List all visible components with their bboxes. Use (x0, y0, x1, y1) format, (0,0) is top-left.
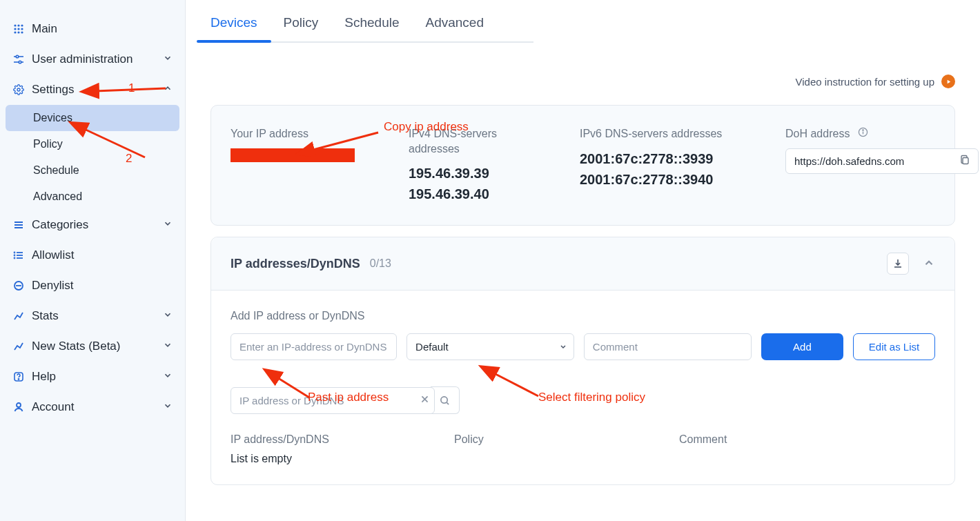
nav-main[interactable]: Main (0, 14, 185, 44)
nav-denylist[interactable]: Denylist (0, 271, 185, 301)
th-ip: IP address/DynDNS (231, 433, 454, 446)
doh-input[interactable] (785, 148, 979, 174)
download-button[interactable] (887, 253, 909, 275)
ipv6-value-2: 2001:67c:2778::3940 (580, 169, 752, 190)
svg-point-27 (17, 403, 21, 407)
chevron-down-icon (163, 309, 173, 323)
list-check-icon (12, 249, 25, 262)
svg-point-2 (21, 24, 23, 26)
user-icon (12, 401, 25, 413)
chart-icon (12, 340, 25, 353)
tab-devices[interactable]: Devices (210, 15, 257, 41)
nav-label: Denylist (32, 279, 73, 293)
svg-point-20 (14, 253, 15, 253)
main-content: Devices Policy Schedule Advanced Video i… (186, 0, 980, 521)
chevron-down-icon (163, 370, 173, 384)
svg-point-26 (18, 379, 19, 380)
edit-as-list-button[interactable]: Edit as List (853, 333, 935, 360)
search-input[interactable] (231, 387, 435, 414)
doh-col: DoH address (785, 126, 979, 174)
comment-input[interactable] (584, 333, 752, 360)
sidebar: Main User administration Settings Device… (0, 0, 186, 521)
svg-point-8 (21, 31, 23, 33)
gear-icon (12, 83, 25, 96)
th-comment: Comment (679, 433, 935, 446)
section-body: Add IP address or DynDNS Default Add Edi… (211, 291, 954, 484)
svg-point-5 (21, 28, 23, 30)
empty-list-message: List is empty (231, 453, 935, 465)
nav-stats[interactable]: Stats (0, 301, 185, 331)
ipv4-label: IPv4 DNS-servers addresses (409, 126, 547, 156)
your-ip-label: Your IP address (231, 126, 375, 141)
svg-point-6 (14, 31, 16, 33)
nav-account[interactable]: Account (0, 392, 185, 422)
copy-button[interactable] (957, 152, 973, 170)
section-count: 0/13 (370, 257, 391, 270)
nav-label: Main (32, 22, 57, 36)
chevron-up-icon (163, 83, 173, 97)
block-icon (12, 279, 25, 292)
nav-categories[interactable]: Categories (0, 210, 185, 240)
collapse-toggle[interactable] (923, 257, 935, 271)
nav-label: New Stats (Beta) (32, 340, 121, 353)
nav-new-stats[interactable]: New Stats (Beta) (0, 331, 185, 362)
your-ip-redacted (231, 148, 355, 162)
play-icon (941, 75, 955, 88)
subnav-devices[interactable]: Devices (6, 105, 179, 131)
ipv4-col: IPv4 DNS-servers addresses 195.46.39.39 … (409, 126, 547, 204)
section-header: IP addresses/DynDNS 0/13 (211, 237, 954, 291)
svg-point-0 (14, 24, 16, 26)
tab-policy[interactable]: Policy (284, 15, 319, 41)
clear-search-button[interactable] (420, 394, 429, 406)
nav-label: User administration (32, 52, 133, 66)
nav-label: Stats (32, 309, 59, 323)
table-header: IP address/DynDNS Policy Comment (231, 433, 935, 446)
nav-user-admin[interactable]: User administration (0, 44, 185, 75)
subnav-policy[interactable]: Policy (0, 131, 185, 157)
chart-icon (12, 310, 25, 322)
svg-point-31 (863, 130, 863, 130)
ipv4-value-2: 195.46.39.40 (409, 184, 547, 204)
chevron-down-icon (163, 340, 173, 353)
tab-advanced[interactable]: Advanced (426, 15, 484, 41)
ipv4-value-1: 195.46.39.39 (409, 163, 547, 184)
svg-rect-32 (963, 158, 968, 164)
ipv6-value-1: 2001:67c:2778::3939 (580, 148, 752, 169)
video-instruction-link[interactable]: Video instruction for setting up (210, 75, 955, 88)
policy-select[interactable]: Default (406, 333, 574, 360)
add-button[interactable]: Add (761, 333, 843, 360)
svg-point-4 (17, 28, 19, 30)
svg-line-37 (447, 402, 449, 404)
subnav-schedule[interactable]: Schedule (0, 157, 185, 184)
th-policy: Policy (454, 433, 679, 446)
nav-settings[interactable]: Settings (0, 75, 185, 105)
tab-schedule[interactable]: Schedule (344, 15, 399, 41)
search-button[interactable] (431, 386, 460, 414)
svg-point-12 (19, 61, 21, 63)
nav-allowlist[interactable]: Allowlist (0, 240, 185, 271)
video-link-text: Video instruction for setting up (795, 76, 934, 88)
chevron-down-icon (163, 400, 173, 414)
nav-label: Settings (32, 83, 74, 97)
your-ip-col: Your IP address (231, 126, 375, 162)
list-icon (12, 219, 25, 231)
svg-point-22 (14, 258, 15, 259)
subnav-advanced[interactable]: Advanced (0, 184, 185, 210)
nav-label: Allowlist (32, 248, 74, 262)
svg-point-10 (16, 55, 19, 58)
svg-point-3 (14, 28, 16, 30)
help-icon (12, 371, 25, 383)
ip-input[interactable] (231, 333, 397, 360)
svg-point-1 (17, 24, 19, 26)
ipv6-col: IPv6 DNS-servers addresses 2001:67c:2778… (580, 126, 752, 190)
nav-label: Help (32, 370, 56, 384)
ip-dyndns-section: IP addresses/DynDNS 0/13 Add IP address … (210, 237, 955, 485)
nav-help[interactable]: Help (0, 362, 185, 392)
add-label: Add IP address or DynDNS (231, 310, 935, 322)
sliders-icon (12, 53, 25, 66)
ipv6-label: IPv6 DNS-servers addresses (580, 126, 752, 141)
info-icon[interactable] (858, 126, 868, 141)
svg-marker-28 (947, 79, 950, 83)
svg-point-21 (14, 255, 15, 256)
doh-label: DoH address (785, 126, 850, 141)
